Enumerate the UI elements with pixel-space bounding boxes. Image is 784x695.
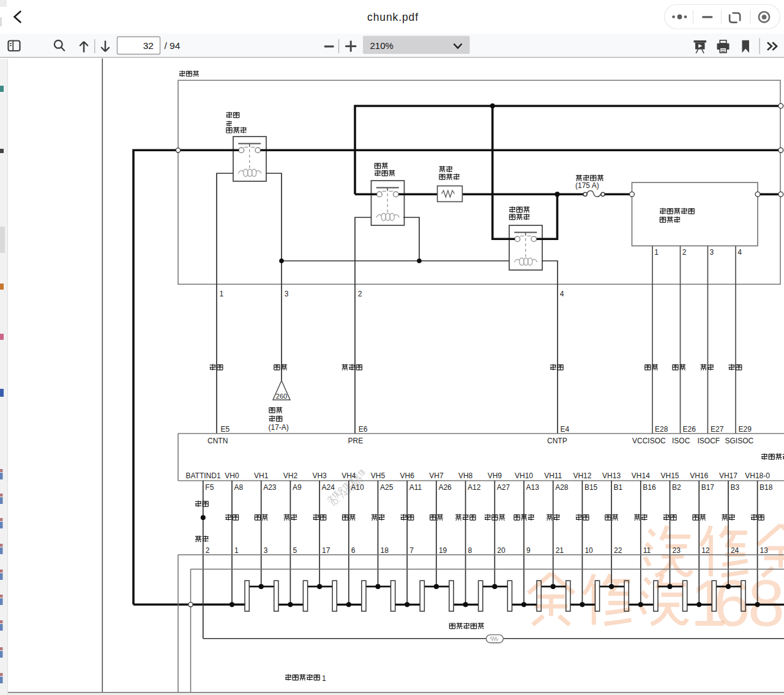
svg-text:260: 260 — [276, 393, 287, 400]
svg-text:2: 2 — [206, 546, 210, 555]
svg-text:B16: B16 — [643, 483, 656, 492]
svg-text:3: 3 — [285, 290, 289, 298]
svg-text:6: 6 — [351, 546, 356, 555]
svg-text:3: 3 — [710, 248, 714, 257]
svg-text:2: 2 — [682, 248, 687, 257]
svg-text:18: 18 — [381, 546, 389, 555]
svg-text:E6: E6 — [359, 425, 368, 434]
svg-text:A24: A24 — [322, 483, 335, 492]
svg-text:7: 7 — [409, 546, 414, 555]
svg-text:A11: A11 — [409, 483, 422, 492]
svg-text:VH9: VH9 — [488, 471, 502, 480]
svg-text:4: 4 — [560, 290, 564, 298]
svg-text:9: 9 — [526, 546, 531, 555]
svg-text:1: 1 — [322, 674, 326, 683]
svg-text:VH0: VH0 — [225, 471, 239, 480]
svg-text:13: 13 — [760, 546, 769, 555]
svg-text:12: 12 — [701, 546, 710, 555]
svg-text:10: 10 — [584, 546, 593, 555]
svg-text:A10: A10 — [351, 483, 364, 492]
svg-text:(17-A): (17-A) — [269, 423, 289, 432]
svg-text:E27: E27 — [711, 425, 724, 434]
svg-text:8: 8 — [748, 566, 784, 640]
svg-text:1: 1 — [220, 290, 224, 298]
svg-text:VH14: VH14 — [632, 471, 650, 480]
svg-text:A8: A8 — [234, 483, 244, 492]
svg-text:B3: B3 — [730, 483, 739, 492]
svg-text:VH18-0: VH18-0 — [745, 471, 770, 480]
svg-text:VH5: VH5 — [371, 471, 386, 480]
svg-text:VH1: VH1 — [254, 471, 269, 480]
svg-text:A12: A12 — [468, 483, 481, 492]
svg-text:E4: E4 — [561, 425, 570, 434]
svg-text:VH10: VH10 — [515, 471, 533, 480]
svg-text:A9: A9 — [293, 483, 302, 492]
svg-text:VH12: VH12 — [573, 471, 591, 480]
svg-text:B18: B18 — [760, 483, 773, 492]
svg-text:E29: E29 — [739, 425, 752, 434]
svg-text:E5: E5 — [221, 425, 230, 434]
svg-text:VH15: VH15 — [660, 471, 679, 480]
svg-text:1: 1 — [654, 248, 659, 257]
svg-text:CNTP: CNTP — [547, 437, 567, 445]
svg-text:BATTIND1: BATTIND1 — [186, 471, 221, 480]
svg-text:4: 4 — [737, 248, 742, 257]
svg-text:19: 19 — [439, 546, 447, 555]
svg-text:B1: B1 — [614, 483, 623, 492]
svg-text:A26: A26 — [438, 483, 452, 492]
svg-text:32: 32 — [143, 40, 154, 51]
svg-text:2: 2 — [358, 290, 362, 298]
svg-text:VH2: VH2 — [283, 471, 298, 480]
svg-text:E28: E28 — [655, 425, 668, 434]
svg-text:22: 22 — [614, 546, 622, 555]
svg-text:VH11: VH11 — [544, 471, 562, 480]
svg-text:A28: A28 — [555, 483, 569, 492]
svg-text:6: 6 — [714, 566, 750, 640]
svg-text:210%: 210% — [370, 40, 394, 51]
svg-text:23: 23 — [673, 546, 681, 555]
svg-text:VCCISOC: VCCISOC — [632, 437, 666, 445]
svg-text:E26: E26 — [683, 425, 696, 434]
svg-text:CNTN: CNTN — [207, 437, 228, 445]
svg-text:VH6: VH6 — [400, 471, 415, 480]
svg-text:ISOCF: ISOCF — [698, 437, 720, 445]
svg-text:17: 17 — [322, 546, 330, 555]
svg-text:8: 8 — [468, 546, 472, 555]
svg-text:VH13: VH13 — [602, 471, 621, 480]
svg-text:A25: A25 — [380, 483, 394, 492]
svg-text:VH3: VH3 — [312, 471, 327, 480]
svg-text:B2: B2 — [672, 483, 681, 492]
svg-text:11: 11 — [643, 546, 651, 555]
svg-text:A13: A13 — [526, 483, 540, 492]
svg-text:VH17: VH17 — [719, 471, 737, 480]
svg-text:3: 3 — [264, 546, 268, 555]
svg-text:VH7: VH7 — [429, 471, 444, 480]
svg-text:VH8: VH8 — [458, 471, 473, 480]
svg-text:B15: B15 — [584, 483, 598, 492]
svg-text:5: 5 — [293, 546, 297, 555]
svg-text:SGISOC: SGISOC — [725, 437, 754, 445]
svg-text:21: 21 — [556, 546, 564, 555]
svg-text:24: 24 — [731, 546, 739, 555]
svg-text:PRE: PRE — [348, 437, 364, 445]
svg-text:VH4: VH4 — [342, 471, 356, 480]
svg-text:/ 94: / 94 — [165, 40, 181, 51]
svg-text:(175 A): (175 A) — [575, 181, 599, 190]
svg-text:F5: F5 — [205, 483, 214, 492]
svg-text:B17: B17 — [701, 483, 715, 492]
svg-text:A23: A23 — [263, 483, 277, 492]
svg-text:ISOC: ISOC — [672, 437, 690, 445]
svg-text:chunk.pdf: chunk.pdf — [367, 11, 419, 23]
svg-text:VH16: VH16 — [690, 471, 708, 480]
svg-text:A27: A27 — [497, 483, 510, 492]
svg-text:20: 20 — [497, 546, 506, 555]
svg-text:1: 1 — [234, 546, 239, 555]
